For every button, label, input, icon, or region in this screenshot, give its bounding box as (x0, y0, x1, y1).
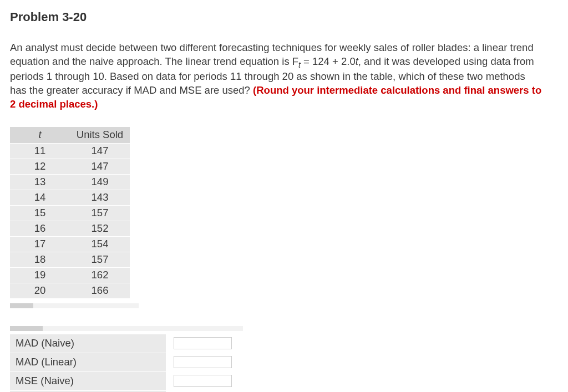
table-row: 16152 (10, 221, 130, 236)
cell-t: 14 (10, 190, 70, 205)
table-row: 18157 (10, 252, 130, 267)
cell-units: 166 (70, 283, 130, 298)
table-row: 12147 (10, 159, 130, 174)
answer-top-scrollbar[interactable] (10, 326, 243, 331)
cell-t: 19 (10, 267, 70, 283)
cell-t: 11 (10, 143, 70, 159)
answer-table: MAD (Naive) MAD (Linear) MSE (Naive) MSE… (10, 334, 243, 392)
input-mse-naive[interactable] (174, 375, 232, 387)
cell-units: 147 (70, 143, 130, 159)
col-header-t: t (10, 127, 70, 143)
cell-t: 18 (10, 252, 70, 267)
data-table-scrollbar[interactable] (10, 303, 139, 308)
cell-t: 17 (10, 236, 70, 252)
col-header-units: Units Sold (70, 127, 130, 143)
cell-t: 16 (10, 221, 70, 236)
label-mad-linear: MAD (Linear) (10, 353, 166, 371)
cell-t: 13 (10, 174, 70, 190)
cell-units: 149 (70, 174, 130, 190)
problem-description: An analyst must decide between two diffe… (10, 41, 542, 111)
table-row: 20166 (10, 283, 130, 298)
cell-units: 152 (70, 221, 130, 236)
input-mad-naive[interactable] (174, 337, 232, 349)
table-row: 14143 (10, 190, 130, 205)
answer-area: MAD (Naive) MAD (Linear) MSE (Naive) MSE… (10, 326, 243, 392)
cell-t: 20 (10, 283, 70, 298)
cell-units: 157 (70, 252, 130, 267)
input-mad-linear[interactable] (174, 356, 232, 368)
answer-row: MSE (Naive) (10, 371, 243, 390)
label-mse-naive: MSE (Naive) (10, 371, 166, 390)
cell-units: 143 (70, 190, 130, 205)
data-table: t Units Sold 11147 12147 13149 14143 151… (10, 127, 130, 299)
answer-row: MAD (Naive) (10, 334, 243, 353)
cell-units: 147 (70, 159, 130, 174)
cell-t: 12 (10, 159, 70, 174)
table-row: 11147 (10, 143, 130, 159)
cell-units: 154 (70, 236, 130, 252)
table-row: 19162 (10, 267, 130, 283)
label-mad-naive: MAD (Naive) (10, 334, 166, 353)
page-title: Problem 3-20 (10, 9, 558, 26)
scrollbar-thumb[interactable] (10, 303, 33, 308)
table-row: 13149 (10, 174, 130, 190)
cell-t: 15 (10, 205, 70, 221)
desc-part2: = 124 + 2.0 (301, 55, 356, 67)
cell-units: 157 (70, 205, 130, 221)
answer-row: MAD (Linear) (10, 353, 243, 371)
table-row: 17154 (10, 236, 130, 252)
cell-units: 162 (70, 267, 130, 283)
table-row: 15157 (10, 205, 130, 221)
scrollbar-thumb[interactable] (10, 326, 43, 331)
